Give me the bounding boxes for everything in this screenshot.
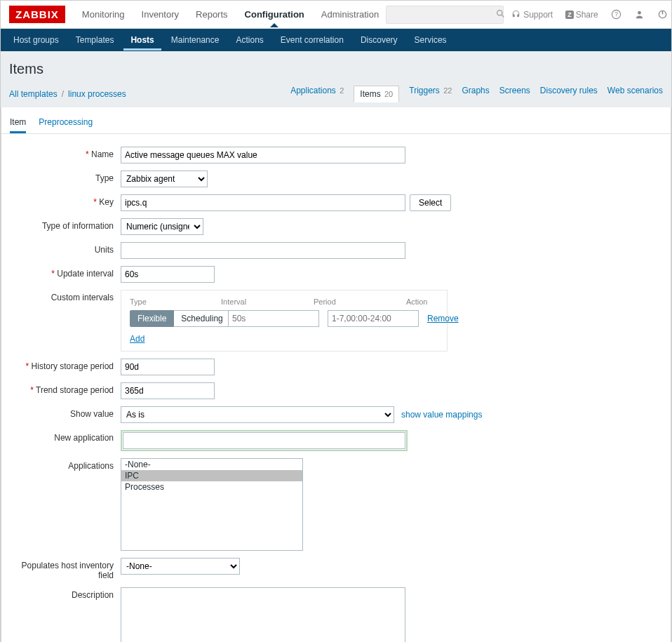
- interval-remove-link[interactable]: Remove: [427, 314, 459, 323]
- share-badge: Z: [565, 11, 574, 19]
- nav-reports[interactable]: Reports: [189, 2, 235, 27]
- search-input[interactable]: [391, 10, 496, 20]
- name-input[interactable]: [121, 147, 405, 163]
- top-nav: Monitoring Inventory Reports Configurati…: [75, 2, 386, 27]
- item-form: Name Type Zabbix agent Key Select Type o…: [1, 134, 671, 642]
- headset-icon: [511, 9, 521, 20]
- label-populates: Populates host inventory field: [15, 558, 121, 580]
- label-units: Units: [15, 242, 121, 255]
- inner-tab-item[interactable]: Item: [10, 113, 26, 133]
- submenu-host-groups[interactable]: Host groups: [6, 29, 66, 51]
- global-search[interactable]: [386, 6, 504, 24]
- submenu-discovery[interactable]: Discovery: [354, 29, 405, 51]
- label-update-interval: Update interval: [15, 266, 121, 279]
- page-title: Items: [9, 61, 663, 77]
- app-option-none[interactable]: -None-: [121, 459, 302, 470]
- submenu-maintenance[interactable]: Maintenance: [164, 29, 227, 51]
- search-icon[interactable]: [496, 9, 505, 20]
- crumb-all-templates[interactable]: All templates: [9, 89, 58, 99]
- interval-period-input[interactable]: [328, 310, 419, 327]
- inner-tab-preprocessing[interactable]: Preprocessing: [39, 113, 93, 133]
- share-link[interactable]: Z Share: [560, 7, 604, 22]
- submenu-hosts[interactable]: Hosts: [123, 29, 161, 51]
- nav-inventory[interactable]: Inventory: [135, 2, 186, 27]
- trend-input[interactable]: [121, 382, 215, 399]
- entity-tabs: Applications 2 Items 20 Triggers 22 Grap…: [290, 86, 663, 102]
- label-new-app: New application: [15, 430, 121, 443]
- tab-items[interactable]: Items 20: [354, 86, 399, 102]
- type-select[interactable]: Zabbix agent: [121, 170, 208, 187]
- intervals-head-type: Type: [130, 297, 213, 306]
- label-name: Name: [15, 147, 121, 159]
- label-applications: Applications: [15, 458, 121, 471]
- key-input[interactable]: [121, 194, 405, 211]
- svg-text:?: ?: [614, 11, 618, 18]
- svg-line-1: [502, 15, 504, 17]
- submenu-event-correlation[interactable]: Event correlation: [274, 29, 351, 51]
- update-interval-input[interactable]: [121, 266, 215, 283]
- type-info-select[interactable]: Numeric (unsigned): [121, 218, 203, 235]
- support-link[interactable]: Support: [505, 6, 558, 22]
- intervals-table: Type Interval Period Action Flexible Sch…: [121, 290, 448, 352]
- show-value-select[interactable]: As is: [121, 406, 394, 423]
- submenu-templates[interactable]: Templates: [69, 29, 121, 51]
- tab-graphs[interactable]: Graphs: [462, 86, 489, 102]
- nav-monitoring[interactable]: Monitoring: [75, 2, 132, 27]
- intervals-head-period: Period: [314, 297, 398, 306]
- help-icon[interactable]: ?: [605, 6, 627, 22]
- tab-discovery-rules[interactable]: Discovery rules: [540, 86, 598, 102]
- svg-point-4: [638, 11, 641, 15]
- applications-listbox[interactable]: -None- IPC Processes: [121, 458, 303, 551]
- breadcrumb: All templates / linux processes: [9, 89, 126, 99]
- tab-triggers[interactable]: Triggers 22: [409, 86, 452, 102]
- units-input[interactable]: [121, 242, 405, 259]
- app-option-processes[interactable]: Processes: [121, 481, 302, 493]
- power-icon[interactable]: [652, 6, 672, 22]
- interval-add-link[interactable]: Add: [130, 334, 145, 344]
- label-show-value: Show value: [15, 406, 121, 419]
- user-icon[interactable]: [629, 6, 650, 22]
- submenu-services[interactable]: Services: [408, 29, 454, 51]
- submenu: Host groups Templates Hosts Maintenance …: [1, 29, 671, 51]
- nav-administration[interactable]: Administration: [314, 2, 386, 27]
- label-history: History storage period: [15, 359, 121, 371]
- nav-configuration[interactable]: Configuration: [238, 2, 311, 27]
- interval-type-scheduling[interactable]: Scheduling: [174, 310, 230, 327]
- crumb-sep: /: [62, 89, 64, 99]
- page-header: Items All templates / linux processes Ap…: [1, 51, 671, 107]
- populates-select[interactable]: -None-: [121, 558, 240, 575]
- label-custom-intervals: Custom intervals: [15, 290, 121, 302]
- description-textarea[interactable]: [121, 587, 405, 642]
- logo: ZABBIX: [9, 6, 65, 23]
- crumb-template[interactable]: linux processes: [68, 89, 126, 99]
- tab-web-scenarios[interactable]: Web scenarios: [607, 86, 663, 102]
- inner-tabs: Item Preprocessing: [1, 107, 671, 134]
- label-type-info: Type of information: [15, 218, 121, 231]
- intervals-head-interval: Interval: [221, 297, 305, 306]
- app-option-ipc[interactable]: IPC: [121, 470, 302, 481]
- new-application-input[interactable]: [123, 432, 405, 449]
- interval-row: Flexible Scheduling Remove: [130, 310, 438, 327]
- key-select-button[interactable]: Select: [410, 194, 451, 211]
- interval-value-input[interactable]: [228, 310, 319, 327]
- show-value-mappings-link[interactable]: show value mappings: [401, 410, 482, 420]
- history-input[interactable]: [121, 359, 215, 375]
- label-type: Type: [15, 170, 121, 183]
- label-description: Description: [15, 587, 121, 600]
- topbar: ZABBIX Monitoring Inventory Reports Conf…: [1, 1, 671, 29]
- label-trend: Trend storage period: [15, 382, 121, 395]
- svg-point-0: [497, 10, 502, 15]
- tab-screens[interactable]: Screens: [499, 86, 530, 102]
- intervals-head-action: Action: [406, 297, 438, 306]
- tab-applications[interactable]: Applications 2: [290, 86, 344, 102]
- content: Item Preprocessing Name Type Zabbix agen…: [1, 107, 671, 642]
- label-key: Key: [15, 194, 121, 207]
- interval-type-flexible[interactable]: Flexible: [130, 310, 174, 327]
- submenu-actions[interactable]: Actions: [229, 29, 270, 51]
